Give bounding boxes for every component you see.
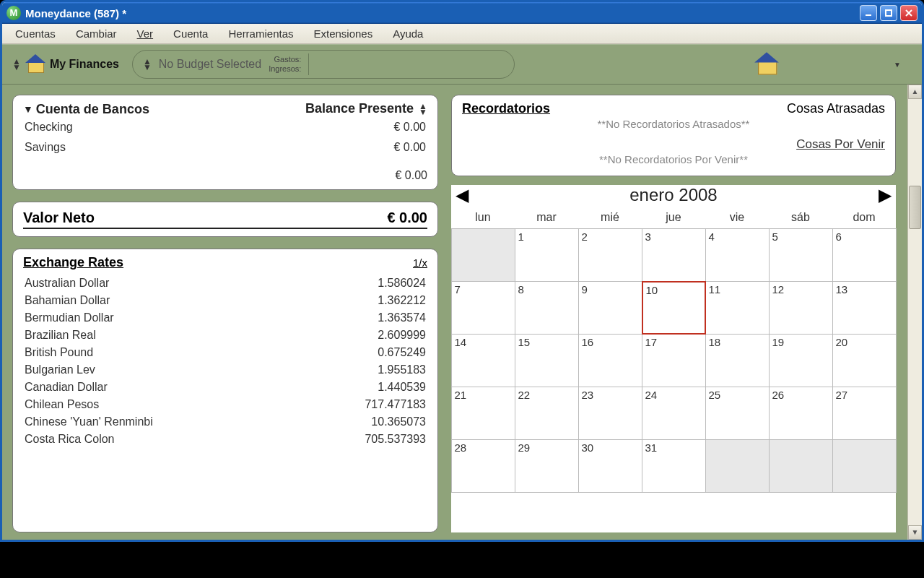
- calendar-day[interactable]: 16: [578, 334, 642, 387]
- budget-selector[interactable]: ▲▼ No Budget Selected Gastos: Ingresos:: [132, 50, 515, 79]
- fx-rate: 705.537393: [365, 433, 426, 446]
- fx-row[interactable]: Brazilian Real2.609999: [23, 327, 427, 344]
- calendar-day[interactable]: 17: [642, 334, 706, 387]
- calendar-day[interactable]: 9: [578, 281, 642, 335]
- fx-rate: 0.675249: [378, 346, 426, 359]
- calendar-day[interactable]: 4: [705, 228, 770, 282]
- reports-button[interactable]: [838, 49, 868, 79]
- fx-row[interactable]: British Pound0.675249: [23, 344, 427, 361]
- scroll-track[interactable]: [908, 99, 922, 525]
- calendar-next-button[interactable]: ▶: [879, 185, 892, 205]
- calendar-day[interactable]: 19: [769, 334, 833, 387]
- calendar-day[interactable]: [832, 439, 897, 493]
- account-row[interactable]: Checking€ 0.00: [23, 117, 427, 137]
- calendar-dow: jue: [642, 208, 705, 228]
- menu-cuentas[interactable]: Cuentas: [5, 26, 66, 41]
- calendar-day[interactable]: 12: [769, 281, 833, 335]
- calendar-day[interactable]: 15: [515, 334, 579, 387]
- calendar-day[interactable]: 11: [705, 281, 770, 335]
- menu-extensiones[interactable]: Extensiones: [303, 26, 383, 41]
- calendar-day[interactable]: [451, 228, 515, 282]
- calendar-day[interactable]: 24: [642, 387, 706, 440]
- calendar-day[interactable]: 20: [832, 334, 897, 387]
- settings-button[interactable]: ▼: [881, 49, 912, 79]
- find-button[interactable]: [795, 49, 825, 79]
- calendar-title: enero 2008: [629, 185, 717, 205]
- calendar-day[interactable]: 7: [451, 281, 515, 335]
- menu-cambiar[interactable]: Cambiar: [66, 26, 127, 41]
- account-row[interactable]: Savings€ 0.00: [23, 137, 427, 158]
- calendar-day[interactable]: 8: [515, 281, 579, 335]
- collapse-icon[interactable]: ▼: [23, 103, 33, 115]
- fx-row[interactable]: Bulgarian Lev1.955183: [23, 361, 427, 379]
- networth-label: Valor Neto: [23, 210, 95, 226]
- fx-row[interactable]: Chilean Pesos717.477183: [23, 396, 427, 413]
- fx-inverse-toggle[interactable]: 1/x: [413, 256, 427, 269]
- calendar-dow: mié: [578, 208, 642, 228]
- svg-rect-0: [866, 14, 871, 16]
- calendar-day[interactable]: 27: [832, 387, 897, 440]
- calendar-day[interactable]: 2: [578, 228, 642, 282]
- calendar-day[interactable]: 29: [515, 439, 579, 493]
- calendar-dow: dom: [832, 208, 896, 228]
- close-button[interactable]: [900, 5, 918, 21]
- scroll-thumb[interactable]: [909, 186, 921, 229]
- calendar-prev-button[interactable]: ◀: [456, 185, 468, 205]
- fx-rate: 717.477183: [365, 398, 426, 411]
- ingresos-label: Ingresos:: [269, 64, 301, 74]
- fx-row[interactable]: Canadian Dollar1.440539: [23, 379, 427, 396]
- menu-ver[interactable]: Ver: [127, 26, 164, 41]
- vertical-scrollbar[interactable]: ▲ ▼: [907, 85, 922, 540]
- calendar-day[interactable]: 13: [832, 281, 897, 335]
- calendar-day[interactable]: 6: [832, 228, 897, 282]
- fx-currency-name: Australian Dollar: [25, 277, 109, 290]
- calendar-day[interactable]: 3: [642, 228, 706, 282]
- fx-currency-name: Brazilian Real: [25, 329, 96, 342]
- fx-row[interactable]: Bahamian Dollar1.362212: [23, 292, 427, 309]
- calendar-day[interactable]: [769, 439, 833, 493]
- upcoming-empty-text: **No Recordatorios Por Venir**: [462, 153, 885, 165]
- fx-row[interactable]: Costa Rica Colon705.537393: [23, 431, 427, 448]
- calendar-day[interactable]: 1: [515, 228, 579, 282]
- calendar-day[interactable]: 21: [451, 387, 515, 440]
- main-area: ▼ Cuenta de Bancos Balance Presente ▲▼ C…: [2, 85, 922, 540]
- menu-ayuda[interactable]: Ayuda: [383, 26, 433, 41]
- app-window: M Moneydance (587) * Cuentas Cambiar Ver…: [0, 0, 924, 542]
- titlebar: M Moneydance (587) *: [2, 2, 922, 24]
- fx-row[interactable]: Australian Dollar1.586024: [23, 275, 427, 292]
- menu-cuenta[interactable]: Cuenta: [163, 26, 218, 41]
- minimize-button[interactable]: [860, 5, 877, 21]
- overdue-empty-text: **No Recordatorios Atrasados**: [462, 118, 885, 130]
- balance-header: Balance Presente: [305, 101, 414, 116]
- accounts-panel: ▼ Cuenta de Bancos Balance Presente ▲▼ C…: [12, 95, 438, 190]
- fx-row[interactable]: Chinese 'Yuan' Renminbi10.365073: [23, 413, 427, 431]
- calendar-day[interactable]: [705, 439, 770, 493]
- sort-icon[interactable]: ▲▼: [419, 103, 427, 115]
- calendar-day[interactable]: 31: [642, 439, 706, 493]
- fx-row[interactable]: Bermudian Dollar1.363574: [23, 309, 427, 327]
- calendar-day[interactable]: 14: [451, 334, 515, 387]
- fx-currency-name: Chinese 'Yuan' Renminbi: [25, 415, 153, 428]
- calendar-day[interactable]: 18: [705, 334, 770, 387]
- menu-herramientas[interactable]: Herramientas: [218, 26, 303, 41]
- account-name: Checking: [25, 121, 73, 134]
- calendar-day[interactable]: 28: [451, 439, 515, 493]
- networth-value: € 0.00: [387, 210, 427, 226]
- scroll-down-button[interactable]: ▼: [908, 525, 922, 540]
- calendar-day[interactable]: 30: [578, 439, 642, 493]
- account-balance: € 0.00: [394, 141, 426, 154]
- home-button[interactable]: [751, 49, 782, 79]
- updown-icon: ▲▼: [12, 59, 21, 70]
- accounts-total: € 0.00: [23, 158, 427, 182]
- chevron-down-icon: ▼: [894, 61, 901, 69]
- calendar-day[interactable]: 25: [705, 387, 770, 440]
- scroll-up-button[interactable]: ▲: [908, 85, 922, 99]
- calendar-day[interactable]: 26: [769, 387, 833, 440]
- calendar-day[interactable]: 23: [578, 387, 642, 440]
- networth-panel: Valor Neto € 0.00: [12, 202, 438, 237]
- account-selector[interactable]: ▲▼ My Finances: [12, 56, 119, 73]
- calendar-day[interactable]: 5: [769, 228, 833, 282]
- calendar-day[interactable]: 10: [642, 281, 706, 335]
- maximize-button[interactable]: [880, 5, 897, 21]
- calendar-day[interactable]: 22: [515, 387, 579, 440]
